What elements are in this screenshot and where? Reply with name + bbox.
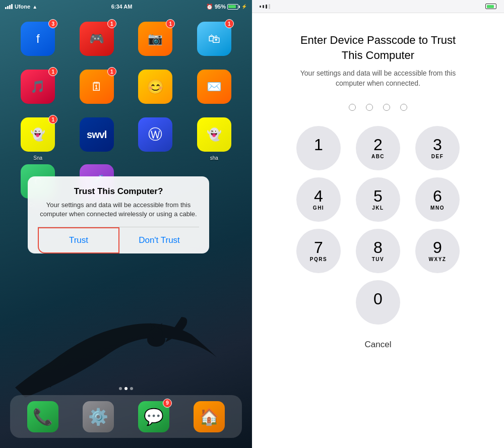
app-item[interactable]: ✉️ <box>188 70 241 104</box>
app-icon-music[interactable]: 🎵 1 <box>21 70 55 104</box>
app-icon-calendar[interactable]: 🗓 1 <box>80 70 114 104</box>
app-item[interactable]: f 3 <box>12 22 65 56</box>
app-item[interactable]: 🛍 1 <box>188 22 241 56</box>
status-bar-left: Ufone ▲ <box>5 4 37 10</box>
app-icon-camera[interactable]: 📷 1 <box>138 22 172 56</box>
app-badge: 3 <box>48 19 57 28</box>
app-icon-smiley[interactable]: 😊 <box>138 70 172 104</box>
app-badge: 1 <box>48 67 57 76</box>
app-icon-snapchat2[interactable]: 👻 <box>197 117 231 152</box>
trust-dialog-title: Trust This Computer? <box>38 186 199 197</box>
wifi-icon: ▲ <box>32 4 37 10</box>
battery-icon <box>227 4 240 10</box>
key-4[interactable]: 4 GHI <box>296 177 341 222</box>
key-2[interactable]: 2 ABC <box>356 126 400 170</box>
key-0[interactable]: 0 <box>356 280 400 325</box>
passcode-status-bar <box>252 0 504 13</box>
app-badge: 1 <box>166 19 175 28</box>
app-icon-mail[interactable]: ✉️ <box>197 70 231 104</box>
trust-button[interactable]: Trust <box>38 227 119 253</box>
passcode-screen: Enter Device Passcode to TrustThis Compu… <box>252 0 504 448</box>
passcode-battery <box>485 4 496 9</box>
app-badge: 1 <box>107 19 116 28</box>
key-6[interactable]: 6 MNO <box>415 177 460 222</box>
app-icon-game[interactable]: 🎮 1 <box>80 22 114 56</box>
key-1[interactable]: 1 <box>296 126 341 170</box>
app-badge: 1 <box>48 115 57 124</box>
passcode-dots <box>349 104 407 111</box>
key-empty-right <box>415 280 460 325</box>
page-dot <box>130 387 133 390</box>
app-item[interactable]: swvl <box>71 117 123 152</box>
passcode-status-left <box>260 4 270 9</box>
carrier-name: Ufone <box>15 4 30 10</box>
passcode-dot-2 <box>366 104 373 111</box>
status-time: 6:34 AM <box>111 4 133 10</box>
svg-point-1 <box>150 328 163 339</box>
key-7[interactable]: 7 PQRS <box>296 229 341 273</box>
app-icon-wish[interactable]: Ⓦ <box>138 117 172 152</box>
trust-dialog: Trust This Computer? Your settings and d… <box>28 176 209 253</box>
key-3[interactable]: 3 DEF <box>415 126 460 170</box>
passcode-dot-3 <box>383 104 390 111</box>
cancel-button[interactable]: Cancel <box>365 340 392 350</box>
dock-messages[interactable]: 💬 9 <box>138 401 169 432</box>
dock-app4[interactable]: 🏠 <box>194 401 225 432</box>
app-item[interactable]: 😊 <box>129 70 182 104</box>
keypad: 1 2 ABC 3 DEF 4 GHI 5 JKL 6 MNO 7 PQRS <box>292 126 464 325</box>
dock-settings[interactable]: ⚙️ <box>83 401 114 432</box>
passcode-title: Enter Device Passcode to TrustThis Compu… <box>300 33 456 62</box>
page-dot <box>119 387 122 390</box>
trust-dialog-buttons: Trust Don't Trust <box>38 227 199 253</box>
passcode-subtitle: Your settings and data will be accessibl… <box>297 69 459 88</box>
app-item[interactable]: Ⓦ <box>129 117 182 152</box>
key-8[interactable]: 8 TUV <box>356 229 400 273</box>
alarm-icon: ⏰ <box>206 4 213 10</box>
signal-bar4 <box>269 4 270 9</box>
key-empty-left <box>296 280 341 325</box>
dock: 📞 ⚙️ 💬 9 🏠 <box>10 395 242 438</box>
signal-bar1 <box>260 6 261 8</box>
app-icon-snapchat1[interactable]: 👻 1 <box>21 117 55 152</box>
dock-messages-badge: 9 <box>163 399 172 408</box>
app-icon-swvl[interactable]: swvl <box>80 117 114 152</box>
page-dots <box>0 387 252 390</box>
app-item[interactable]: 👻 1 Sna <box>12 117 65 152</box>
passcode-dot-1 <box>349 104 356 111</box>
passcode-status-right <box>485 4 496 9</box>
status-bar-right: ⏰ 95% ⚡ <box>206 4 247 10</box>
charging-icon: ⚡ <box>241 4 247 9</box>
trust-dialog-body: Your settings and data will be accessibl… <box>38 201 199 219</box>
app-icon-facebook[interactable]: f 3 <box>21 22 55 56</box>
app-badge: 1 <box>107 67 116 76</box>
key-9[interactable]: 9 WXYZ <box>415 229 460 273</box>
app-item[interactable]: 📷 1 <box>129 22 182 56</box>
dock-phone[interactable]: 📞 <box>27 401 58 432</box>
app-badge: 1 <box>225 19 234 28</box>
app-icon-store[interactable]: 🛍 1 <box>197 22 231 56</box>
dont-trust-button[interactable]: Don't Trust <box>119 227 199 253</box>
app-item[interactable]: 🎮 1 <box>71 22 123 56</box>
app-item[interactable]: 🎵 1 <box>12 70 65 104</box>
app-item[interactable]: 👻 sha <box>188 117 241 152</box>
app-item[interactable]: 🗓 1 <box>71 70 123 104</box>
signal-bar3 <box>266 5 267 9</box>
iphone-screen: Ufone ▲ 6:34 AM ⏰ 95% ⚡ f 3 🎮 <box>0 0 252 448</box>
signal-icon <box>5 4 13 9</box>
signal-bar2 <box>263 5 264 8</box>
key-5[interactable]: 5 JKL <box>356 177 400 222</box>
passcode-battery-fill <box>487 5 494 8</box>
status-bar: Ufone ▲ 6:34 AM ⏰ 95% ⚡ <box>0 0 252 13</box>
battery-percent: 95% <box>215 4 226 10</box>
tree-silhouette <box>0 246 252 398</box>
passcode-dot-4 <box>400 104 407 111</box>
page-dot-active <box>124 387 128 390</box>
